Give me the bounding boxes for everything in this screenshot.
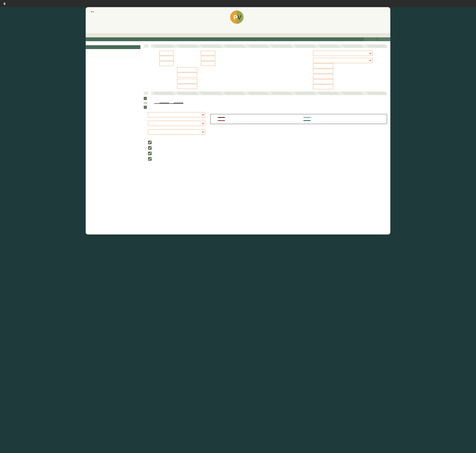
longitude-input[interactable] [177, 73, 197, 77]
incident-to-select[interactable] [148, 121, 205, 126]
azimuth-input[interactable] [177, 84, 197, 89]
sidebar-item-options[interactable] [86, 45, 140, 49]
page-title [86, 37, 95, 41]
hour-input[interactable] [201, 51, 215, 56]
check-diffuse[interactable] [148, 152, 152, 155]
day-input[interactable] [159, 61, 174, 66]
check-direct[interactable] [148, 146, 152, 150]
page-container: PV [86, 7, 390, 234]
sidebar-item-calculator[interactable] [86, 41, 140, 45]
second-input[interactable] [201, 61, 215, 66]
header: PV [86, 7, 390, 33]
ozone-input[interactable] [313, 79, 333, 84]
check-global[interactable] [148, 157, 152, 161]
title-bar [86, 37, 390, 41]
incident-spectrum-select[interactable] [313, 51, 372, 56]
minute-input[interactable] [201, 56, 215, 61]
output-data-table [154, 102, 183, 104]
transmission-model-select[interactable] [313, 58, 372, 63]
sidebar [86, 41, 140, 234]
browser-address-bar [0, 0, 476, 7]
svg-text:P: P [233, 14, 238, 21]
minus-icon: − [144, 106, 147, 109]
inputs-header [144, 44, 387, 48]
water-input[interactable] [313, 74, 333, 79]
turbidity-input[interactable] [313, 69, 333, 74]
graph-toggle[interactable]: − [144, 106, 387, 109]
sidebar-item-about[interactable] [86, 53, 140, 57]
year-input[interactable] [159, 51, 174, 56]
chart [210, 126, 387, 229]
insolation-toggle[interactable]: − [144, 97, 387, 100]
plot-select[interactable] [148, 112, 205, 117]
check-extraterrestrial[interactable] [148, 141, 152, 144]
against-select[interactable] [148, 129, 205, 134]
latitude-input[interactable] [177, 67, 197, 72]
month-input[interactable] [159, 56, 174, 61]
tilt-input[interactable] [177, 79, 197, 84]
restore-button[interactable] [363, 37, 377, 41]
svg-text:V: V [237, 14, 242, 21]
logo-icon: PV [230, 10, 244, 24]
outputs-header [144, 92, 387, 95]
sidebar-item-upload[interactable] [86, 49, 140, 53]
graph-controls [144, 111, 206, 230]
lock-icon [3, 2, 6, 5]
main-panel: − [140, 41, 390, 234]
chart-legend [210, 114, 387, 124]
minus-icon: − [144, 97, 147, 100]
solar-position-table [144, 102, 147, 104]
svg-rect-2 [94, 11, 94, 12]
export-button[interactable] [377, 37, 390, 41]
pressure-input[interactable] [313, 64, 333, 68]
albedo-input[interactable] [313, 85, 333, 89]
main-nav [86, 33, 390, 37]
logo[interactable]: PV [230, 10, 246, 24]
key-icon [90, 9, 95, 14]
